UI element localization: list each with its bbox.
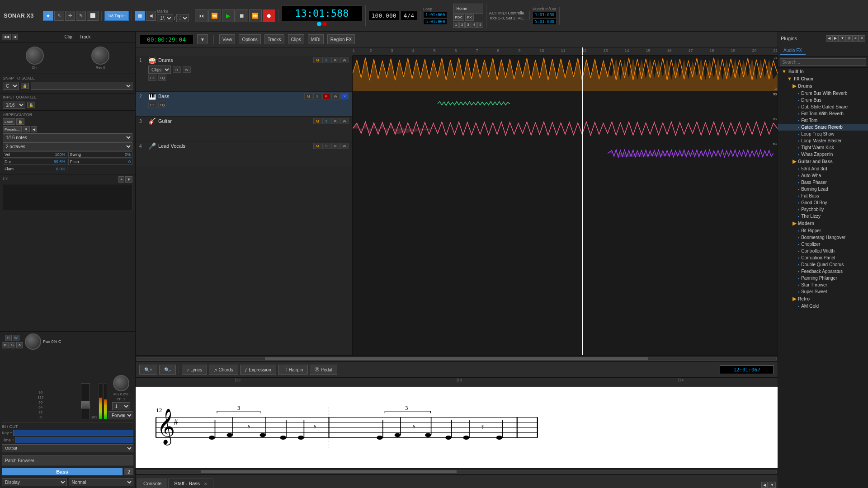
key-lock-btn[interactable]: 🔒 [21, 83, 29, 89]
rewind[interactable]: ⏪ [208, 9, 221, 22]
tree-53rd[interactable]: ▪ 53rd And 3rd [778, 165, 868, 172]
region-fx-menu[interactable]: Region FX [327, 34, 355, 44]
ch-s-btn[interactable]: S [9, 342, 15, 348]
rewind-to-start[interactable]: ⏮ [195, 9, 208, 22]
tree-fat-tom-reverb[interactable]: ▪ Fat Tom With Reverb [778, 110, 868, 117]
tree-drums[interactable]: ▶ Drums [778, 82, 868, 90]
options-menu[interactable]: Options [239, 34, 260, 44]
tree-choplizer[interactable]: ▪ Choplizer [778, 241, 868, 248]
scale-select[interactable]: Chromatic [31, 82, 132, 90]
arp-preset-nav[interactable]: ◀ [31, 126, 37, 132]
position-menu[interactable]: ▼ [197, 34, 208, 44]
input-q-select[interactable]: 1/16 [3, 101, 25, 109]
drums-w2[interactable]: W [183, 66, 191, 73]
tree-retro[interactable]: ▶ Retro [778, 295, 868, 303]
notes-select[interactable]: 1/16 notes [3, 133, 132, 141]
mix-knob[interactable] [113, 375, 129, 391]
tool-erase[interactable]: ⬜ [87, 11, 99, 21]
arp-presets[interactable]: Presets... [3, 126, 22, 132]
drums-m[interactable]: M [313, 57, 321, 63]
notation-scroll-thumb[interactable] [201, 470, 457, 473]
drums-s[interactable]: S [322, 57, 330, 63]
tree-whas-zap[interactable]: ▪ Whas Zappenin [778, 151, 868, 158]
octaves-select[interactable]: 2 octaves [3, 142, 132, 150]
play[interactable]: ▶ [222, 9, 235, 22]
tree-guitar-bass[interactable]: ▶ Guitar and Bass [778, 158, 868, 165]
plugin-icon3[interactable]: ✕ [859, 35, 865, 42]
tree-fat-tom[interactable]: ▪ Fat Tom [778, 117, 868, 124]
ch-select[interactable]: 1 [112, 402, 130, 410]
quantize-sub-select[interactable]: 3 [176, 14, 189, 22]
chords-btn[interactable]: ♬ Chords [209, 365, 238, 375]
notation-scrollbar[interactable] [136, 468, 778, 474]
snap-button[interactable]: 1/8 Triplet [104, 11, 129, 21]
tree-auto-wha[interactable]: ▪ Auto Wha [778, 172, 868, 179]
ch-r-btn[interactable]: R [5, 335, 12, 341]
punch-start[interactable]: 1:01:000 [533, 12, 557, 18]
stop[interactable]: ⏹ [236, 9, 248, 22]
fx-add-btn[interactable]: + [118, 176, 124, 183]
trk4[interactable]: 4 [472, 22, 477, 28]
audio-fx-tab[interactable]: Audio FX [780, 47, 806, 55]
tree-modern[interactable]: ▶ Modern [778, 220, 868, 227]
tracks-menu[interactable]: Tracks [264, 34, 284, 44]
tree-star-thrower[interactable]: ▪ Star Thrower [778, 282, 868, 288]
bass-w[interactable]: W [331, 93, 340, 99]
tree-panning-phlanger[interactable]: ▪ Panning Phlanger [778, 275, 868, 282]
bpm-display[interactable]: 100.000 [368, 11, 400, 20]
staff-bass-close[interactable]: ✕ [204, 482, 208, 486]
plugin-fwd-btn[interactable]: ▶ [832, 35, 839, 42]
trk1[interactable]: 1 [453, 22, 458, 28]
grid-button[interactable]: ▦ [135, 11, 145, 21]
vocals-r[interactable]: R [331, 143, 340, 149]
midi-menu[interactable]: MIDI [308, 34, 324, 44]
clip-tab[interactable]: Clip [65, 34, 72, 39]
tree-controlled-width[interactable]: ▪ Controlled Width [778, 248, 868, 254]
fader-thumb[interactable] [81, 401, 90, 408]
ch-w-btn[interactable]: W [13, 335, 20, 341]
tool-draw[interactable]: ✎ [76, 11, 86, 21]
staff-bass-tab[interactable]: Staff - Bass ✕ [168, 479, 213, 488]
plugin-icon2[interactable]: ≡ [853, 35, 859, 42]
drums-fx[interactable]: FX [148, 75, 156, 81]
scroll-thumb[interactable] [265, 357, 648, 360]
tree-bit-ripper[interactable]: ▪ Bit Ripper [778, 227, 868, 234]
chr-knob[interactable] [26, 47, 44, 65]
tree-psychobilly[interactable]: ▪ Psychobilly [778, 206, 868, 213]
mark-button[interactable]: ◀ [146, 11, 156, 21]
tree-fat-bass[interactable]: ▪ Fat Bass [778, 192, 868, 199]
bass-fx[interactable]: FX [148, 102, 156, 108]
guitar-s[interactable]: S [322, 118, 330, 124]
tool-smart[interactable]: ★ [43, 11, 53, 21]
tree-fx-chain[interactable]: ▼ FX Chain [778, 75, 868, 82]
output-select[interactable]: Output [2, 444, 133, 452]
zoom-in-btn[interactable]: 🔍+ [139, 365, 157, 375]
arp-lock[interactable]: 🔒 [16, 118, 24, 125]
drums-eq[interactable]: EQ [158, 75, 166, 81]
rev-knob[interactable] [91, 47, 109, 65]
tree-loop-freq[interactable]: ▪ Loop Freq Show [778, 131, 868, 137]
tree-tight-warm-kick[interactable]: ▪ Tight Warm Kick [778, 144, 868, 151]
fx-menu-btn[interactable]: ▼ [125, 176, 132, 183]
time-value-bar[interactable] [15, 437, 133, 443]
quantize-select[interactable]: 1/1 [157, 14, 173, 22]
guitar-m[interactable]: M [313, 118, 321, 124]
tab-menu-btn[interactable]: ◀ [761, 482, 768, 488]
tree-super-sweet[interactable]: ▪ Super Sweet [778, 288, 868, 295]
volume-fader[interactable] [81, 383, 90, 419]
tree-drum-bus-reverb[interactable]: ▪ Drum Bus With Reverb [778, 90, 868, 97]
display-select[interactable]: Display [2, 478, 67, 486]
loop-start[interactable]: 1:01:000 [423, 12, 447, 18]
tree-good-ol-boy[interactable]: ▪ Good Ol Boy [778, 199, 868, 206]
bass-r[interactable]: R [322, 93, 330, 99]
mode-select[interactable]: Normal [69, 478, 134, 486]
clips-menu[interactable]: Clips [288, 34, 304, 44]
bass-x[interactable]: ✕ [340, 93, 349, 99]
trk5[interactable]: 5 [477, 22, 483, 28]
patch-browser-btn[interactable]: Patch Browser... [2, 455, 133, 465]
guitar-r[interactable]: R [331, 118, 340, 124]
key-select[interactable]: C [3, 82, 19, 90]
bass-s[interactable]: S [313, 93, 321, 99]
tree-bass-phaser[interactable]: ▪ Bass Phaser [778, 179, 868, 186]
view-menu[interactable]: View [219, 34, 236, 44]
